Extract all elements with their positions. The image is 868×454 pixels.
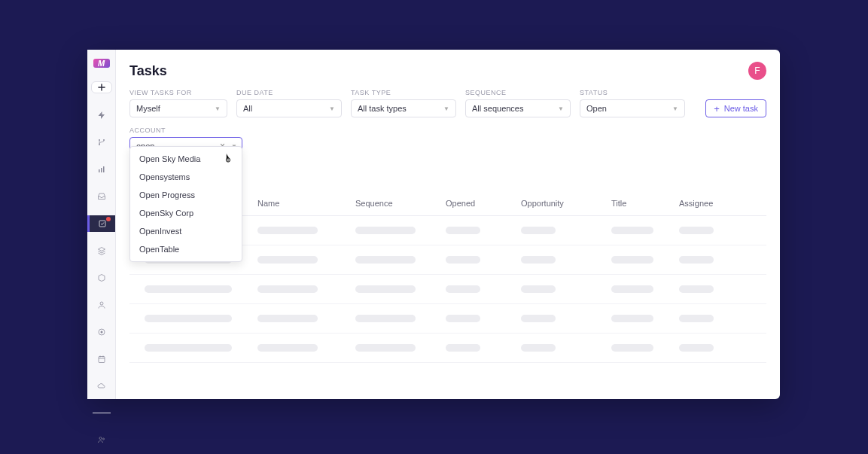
th-opportunity: Opportunity — [521, 199, 611, 208]
skeleton — [521, 227, 556, 234]
account-option[interactable]: OpenInvest — [130, 222, 242, 240]
skeleton — [611, 344, 653, 352]
new-task-button[interactable]: + New task — [705, 99, 766, 117]
skeleton — [355, 285, 416, 293]
filter-view-tasks-for: VIEW TASKS FOR Myself ▼ — [129, 89, 227, 117]
th-name: Name — [257, 199, 355, 208]
filter-status: STATUS Open ▼ — [580, 89, 685, 117]
view-tasks-for-select[interactable]: Myself ▼ — [129, 99, 227, 117]
table-row — [129, 334, 766, 363]
layers-icon — [97, 246, 106, 255]
notification-badge — [106, 217, 111, 221]
skeleton — [521, 256, 556, 264]
skeleton — [257, 256, 318, 264]
account-option[interactable]: Open Progress — [130, 186, 242, 204]
cloud-icon — [97, 382, 106, 391]
account-option[interactable]: OpenTable — [130, 240, 242, 258]
nav-layers[interactable] — [87, 242, 115, 259]
nav-target[interactable] — [87, 324, 115, 340]
table-row — [129, 275, 766, 304]
skeleton — [355, 315, 416, 322]
due-date-select[interactable]: All ▼ — [236, 99, 342, 117]
th-sequence: Sequence — [355, 199, 446, 208]
nav-divider — [93, 413, 111, 413]
skeleton — [355, 227, 416, 234]
app-window: M Tasks — [87, 50, 780, 399]
skeleton — [257, 315, 318, 322]
account-option[interactable]: Opensystems — [130, 168, 242, 186]
skeleton — [679, 285, 714, 293]
new-task-label: New task — [724, 104, 758, 113]
account-option[interactable]: Open Sky Media — [130, 150, 242, 168]
sequence-select[interactable]: All sequences ▼ — [465, 99, 571, 117]
select-value: Myself — [136, 104, 160, 113]
nav-team[interactable] — [87, 431, 115, 448]
select-value: All task types — [358, 104, 407, 113]
chevron-down-icon: ▼ — [215, 105, 221, 112]
nav-branch[interactable] — [87, 134, 115, 151]
calendar-icon — [97, 355, 106, 364]
svg-point-1 — [103, 139, 105, 141]
task-type-select[interactable]: All task types ▼ — [351, 99, 456, 117]
nav-cloud[interactable] — [87, 378, 115, 395]
skeleton — [446, 344, 480, 352]
team-icon — [97, 435, 106, 444]
lightning-icon — [97, 111, 106, 120]
svg-point-11 — [99, 437, 102, 440]
svg-rect-5 — [103, 166, 105, 172]
chevron-down-icon: ▼ — [329, 105, 335, 112]
user-icon — [97, 300, 106, 309]
package-icon — [97, 273, 106, 282]
skeleton — [145, 315, 232, 322]
skeleton — [446, 256, 480, 264]
skeleton — [257, 227, 318, 234]
th-title: Title — [611, 199, 679, 208]
nav-chart[interactable] — [87, 161, 115, 178]
svg-point-12 — [102, 438, 104, 440]
skeleton — [611, 256, 653, 264]
chevron-down-icon: ▼ — [672, 105, 678, 112]
table-row — [129, 304, 766, 334]
filter-label: ACCOUNT — [129, 126, 766, 134]
tasks-icon — [98, 219, 107, 228]
skeleton — [679, 344, 714, 352]
main-content: Tasks F VIEW TASKS FOR Myself ▼ DUE DATE… — [116, 50, 780, 399]
filter-label: STATUS — [580, 89, 685, 96]
nav-tasks[interactable] — [87, 215, 115, 232]
skeleton — [679, 227, 714, 234]
svg-point-9 — [100, 331, 102, 334]
select-value: Open — [586, 104, 607, 113]
svg-point-2 — [99, 144, 100, 145]
nav-inbox[interactable] — [87, 188, 115, 205]
plus-icon: + — [714, 104, 720, 114]
skeleton — [145, 344, 232, 352]
sidebar: M — [87, 50, 116, 399]
skeleton — [611, 285, 653, 293]
nav-lightning[interactable] — [87, 107, 115, 123]
nav-items — [87, 107, 115, 454]
nav-user[interactable] — [87, 297, 115, 313]
add-button[interactable] — [91, 81, 112, 93]
skeleton — [355, 256, 416, 264]
page-header: Tasks F — [129, 62, 766, 80]
app-logo: M — [93, 59, 110, 68]
filter-due-date: DUE DATE All ▼ — [236, 89, 342, 117]
account-dropdown: Open Sky Media Opensystems Open Progress… — [129, 146, 242, 262]
skeleton — [145, 285, 232, 293]
user-avatar[interactable]: F — [748, 62, 766, 80]
skeleton — [611, 315, 653, 322]
svg-point-7 — [100, 302, 103, 305]
th-opened: Opened — [446, 199, 521, 208]
chevron-down-icon: ▼ — [558, 105, 564, 112]
filter-label: TASK TYPE — [351, 89, 456, 96]
skeleton — [521, 315, 556, 322]
plus-icon — [96, 82, 107, 93]
select-value: All — [243, 104, 252, 113]
status-select[interactable]: Open ▼ — [580, 99, 685, 117]
svg-rect-10 — [99, 357, 105, 363]
skeleton — [446, 315, 480, 322]
account-option[interactable]: OpenSky Corp — [130, 204, 242, 222]
nav-calendar[interactable] — [87, 351, 115, 367]
th-assignee: Assignee — [679, 199, 739, 208]
nav-package[interactable] — [87, 270, 115, 286]
